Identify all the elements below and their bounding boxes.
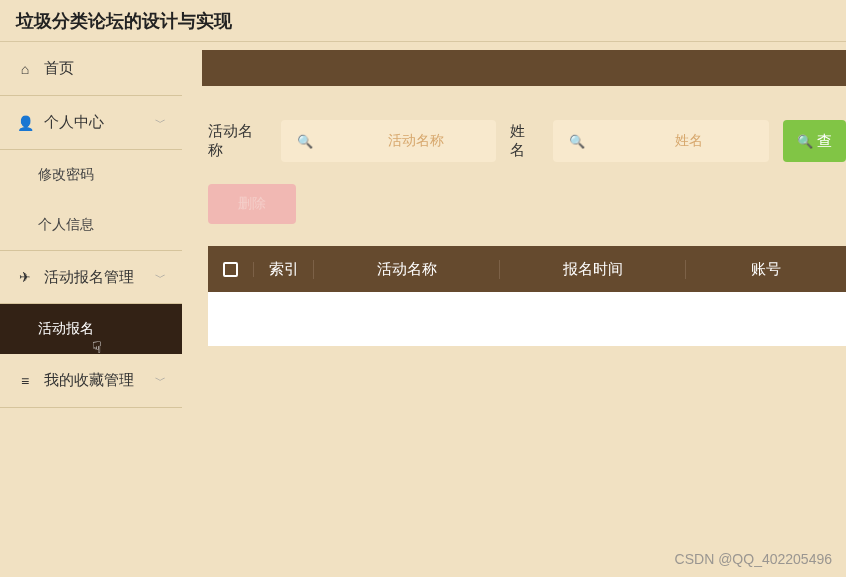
user-icon: 👤 [16,115,34,131]
select-all-header[interactable] [208,262,254,277]
column-activity-name: 活动名称 [314,260,500,279]
name-label: 姓名 [510,122,539,160]
column-index: 索引 [254,260,314,279]
watermark: CSDN @QQ_402205496 [675,551,832,567]
input-placeholder: 姓名 [675,132,703,150]
sidebar-item-favorites[interactable]: ≡ 我的收藏管理 ﹀ [0,354,182,408]
filter-bar: 活动名称 🔍 活动名称 姓名 🔍 姓名 🔍 查 [208,120,846,162]
activity-name-label: 活动名称 [208,122,267,160]
sidebar-item-label: 活动报名管理 [44,268,134,287]
search-button-label: 查 [817,132,832,151]
chevron-down-icon: ﹀ [155,115,166,130]
sidebar-item-activity-signup[interactable]: 活动报名 [0,304,182,354]
sidebar-item-label: 首页 [44,59,74,78]
column-signup-time: 报名时间 [500,260,686,279]
search-icon: 🔍 [797,134,813,149]
home-icon: ⌂ [16,61,34,77]
activity-name-input[interactable]: 🔍 活动名称 [281,120,497,162]
sidebar-item-label: 修改密码 [38,166,94,184]
name-input[interactable]: 🔍 姓名 [553,120,769,162]
delete-button[interactable]: 删除 [208,184,296,224]
sidebar-item-personal-info[interactable]: 个人信息 [0,200,182,250]
table-header: 索引 活动名称 报名时间 账号 [208,246,846,292]
sidebar-item-label: 个人信息 [38,216,94,234]
search-icon: 🔍 [297,134,313,149]
column-account: 账号 [686,260,846,279]
delete-button-label: 删除 [238,195,266,213]
list-icon: ≡ [16,373,34,389]
input-placeholder: 活动名称 [388,132,444,150]
sidebar: ⌂ 首页 👤 个人中心 ﹀ 修改密码 个人信息 ✈ 活动报名管理 ﹀ 活动报名 … [0,42,182,577]
send-icon: ✈ [16,269,34,285]
header-bar [202,50,846,86]
main-content: 活动名称 🔍 活动名称 姓名 🔍 姓名 🔍 查 删除 索引 [182,42,846,577]
sidebar-item-home[interactable]: ⌂ 首页 [0,42,182,96]
page-title: 垃圾分类论坛的设计与实现 [0,0,846,42]
sidebar-item-label: 个人中心 [44,113,104,132]
chevron-down-icon: ﹀ [155,270,166,285]
sidebar-item-activity[interactable]: ✈ 活动报名管理 ﹀ [0,250,182,304]
table-body-empty [208,292,846,346]
search-button[interactable]: 🔍 查 [783,120,846,162]
sidebar-item-change-password[interactable]: 修改密码 [0,150,182,200]
data-table: 索引 活动名称 报名时间 账号 [208,246,846,346]
sidebar-item-label: 活动报名 [38,320,94,338]
sidebar-item-personal[interactable]: 👤 个人中心 ﹀ [0,96,182,150]
checkbox[interactable] [223,262,238,277]
sidebar-item-label: 我的收藏管理 [44,371,134,390]
chevron-down-icon: ﹀ [155,373,166,388]
search-icon: 🔍 [569,134,585,149]
